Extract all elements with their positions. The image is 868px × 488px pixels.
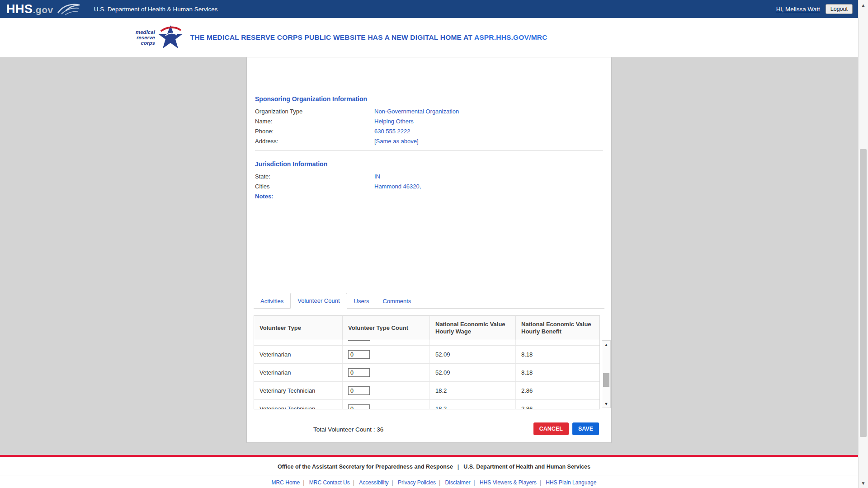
table-row: Veterinarian 52.09 8.18 — [254, 364, 599, 382]
count-input[interactable] — [348, 368, 370, 377]
footer-link-mrc-contact-us[interactable]: MRC Contact Us — [309, 479, 350, 486]
banner-message: THE MEDICAL RESERVE CORPS PUBLIC WEBSITE… — [190, 33, 547, 42]
field-label: Name: — [255, 118, 374, 125]
footer-link-accessibility[interactable]: Accessibility — [359, 479, 388, 486]
field-value: 630 555 2222 — [374, 128, 410, 135]
logout-button[interactable]: Logout — [826, 4, 853, 14]
unit-detail-card: Sponsoring Organization Information Orga… — [246, 57, 612, 443]
cell-wage — [430, 340, 516, 345]
table-row: Veterinarian 52.09 8.18 — [254, 346, 599, 364]
cancel-button[interactable]: CANCEL — [533, 422, 569, 435]
footer: Office of the Assistant Secretary for Pr… — [0, 457, 868, 488]
down-arrow-icon: ▼ — [861, 481, 866, 486]
section-divider — [255, 150, 603, 151]
cell-count — [343, 400, 430, 409]
browser-scrollbar-thumb[interactable] — [860, 149, 867, 437]
footer-link-mrc-home[interactable]: MRC Home — [272, 479, 300, 486]
tab-comments[interactable]: Comments — [376, 294, 418, 309]
top-bar-right: Hi, Melissa Watt Logout — [776, 4, 853, 14]
tab-volunteer-count[interactable]: Volunteer Count — [290, 293, 347, 309]
hhs-logo-suffix: .gov — [33, 5, 53, 15]
browser-scroll-up-button[interactable]: ▲ — [859, 0, 868, 10]
page-background: Sponsoring Organization Information Orga… — [0, 57, 868, 455]
scroll-down-button[interactable]: ▼ — [602, 400, 610, 408]
field-row: Cities Hammond 46320, — [255, 183, 603, 190]
tab-activities[interactable]: Activities — [254, 294, 290, 309]
column-header-hourly-wage: National Economic Value Hourly Wage — [430, 316, 516, 340]
field-row: Organization Type Non-Governmental Organ… — [255, 108, 603, 115]
banner-link[interactable]: ASPR.HHS.GOV/MRC — [474, 33, 547, 41]
scrollbar-thumb[interactable] — [603, 373, 609, 387]
field-row: Address: [Same as above] — [255, 138, 603, 145]
cell-volunteer-type: Veterinarian — [254, 346, 343, 363]
field-value: Non-Governmental Organization — [374, 108, 459, 115]
field-value: IN — [374, 173, 380, 180]
save-button[interactable]: SAVE — [572, 422, 599, 435]
mrc-star-icon — [157, 24, 184, 51]
up-arrow-icon: ▲ — [604, 343, 609, 347]
table-row — [254, 340, 599, 346]
field-label: Phone: — [255, 128, 374, 135]
cell-volunteer-type — [254, 340, 343, 345]
user-greeting-link[interactable]: Hi, Melissa Watt — [776, 6, 820, 13]
browser-scrollbar[interactable]: ▲ ▼ — [858, 0, 868, 488]
field-value: Helping Others — [374, 118, 414, 125]
up-arrow-icon: ▲ — [861, 3, 866, 8]
field-value: [Same as above] — [374, 138, 419, 145]
cell-count — [343, 364, 430, 381]
footer-link-separator: | — [474, 479, 475, 486]
count-input[interactable] — [348, 340, 370, 341]
footer-link-separator: | — [353, 479, 354, 486]
footer-link-disclaimer[interactable]: Disclaimer — [445, 479, 471, 486]
cell-benefit: 2.86 — [516, 382, 600, 399]
footer-links: MRC Home| MRC Contact Us| Accessibility|… — [0, 475, 868, 486]
volunteer-table: Volunteer Type Volunteer Type Count Nati… — [254, 315, 600, 409]
field-label: Cities — [255, 183, 374, 190]
field-label: State: — [255, 173, 374, 180]
cell-benefit: 8.18 — [516, 364, 600, 381]
scroll-up-button[interactable]: ▲ — [602, 341, 610, 348]
footer-link-privacy-policies[interactable]: Privacy Policies — [398, 479, 436, 486]
cell-wage: 18.2 — [430, 400, 516, 409]
footer-link-hhs-plain-language[interactable]: HHS Plain Language — [546, 479, 596, 486]
field-row: Phone: 630 555 2222 — [255, 128, 603, 135]
table-header-row: Volunteer Type Volunteer Type Count Nati… — [254, 315, 600, 340]
column-header-hourly-benefit: National Economic Value Hourly Benefit — [516, 316, 600, 340]
sponsor-heading: Sponsoring Organization Information — [255, 95, 603, 103]
footer-link-separator: | — [439, 479, 440, 486]
cell-wage: 52.09 — [430, 346, 516, 363]
cell-volunteer-type: Veterinary Technician — [254, 400, 343, 409]
footer-office: Office of the Assistant Secretary for Pr… — [278, 464, 453, 470]
table-row: Veterinary Technician 18.2 2.86 — [254, 400, 599, 409]
table-body: Veterinarian 52.09 8.18 Veterinarian 52.… — [254, 340, 600, 409]
footer-link-hhs-viewers-players[interactable]: HHS Viewers & Players — [480, 479, 537, 486]
field-row: State: IN — [255, 173, 603, 180]
count-input[interactable] — [348, 350, 370, 359]
cell-count — [343, 346, 430, 363]
down-arrow-icon: ▼ — [604, 402, 609, 406]
field-label: Organization Type — [255, 108, 374, 115]
hhs-eagle-icon — [57, 2, 80, 16]
table-scrollbar[interactable]: ▲ ▼ — [602, 340, 611, 408]
scrollbar-track[interactable] — [602, 348, 610, 400]
count-input[interactable] — [348, 386, 370, 395]
jurisdiction-section: Jurisdiction Information State: IN Citie… — [255, 160, 603, 200]
jurisdiction-heading: Jurisdiction Information — [255, 160, 603, 168]
mrc-banner: medical reserve corps THE MEDICAL RESERV… — [0, 18, 868, 57]
field-label: Address: — [255, 138, 374, 145]
mrc-logo-text: medical reserve corps — [136, 29, 155, 46]
mrc-logo: medical reserve corps — [136, 24, 184, 51]
tab-users[interactable]: Users — [347, 294, 376, 309]
table-row: Veterinary Technician 18.2 2.86 — [254, 382, 599, 400]
notes-label: Notes: — [255, 193, 603, 200]
browser-scroll-down-button[interactable]: ▼ — [859, 478, 868, 488]
hhs-logo: HHS.gov — [6, 2, 53, 16]
cell-wage: 52.09 — [430, 364, 516, 381]
action-buttons: CANCEL SAVE — [533, 422, 599, 435]
footer-link-separator: | — [540, 479, 541, 486]
cell-count — [343, 382, 430, 399]
footer-department: U.S. Department of Health and Human Serv… — [463, 464, 590, 470]
field-value: Hammond 46320, — [374, 183, 421, 190]
column-header-volunteer-type: Volunteer Type — [254, 316, 343, 340]
count-input[interactable] — [348, 404, 370, 409]
